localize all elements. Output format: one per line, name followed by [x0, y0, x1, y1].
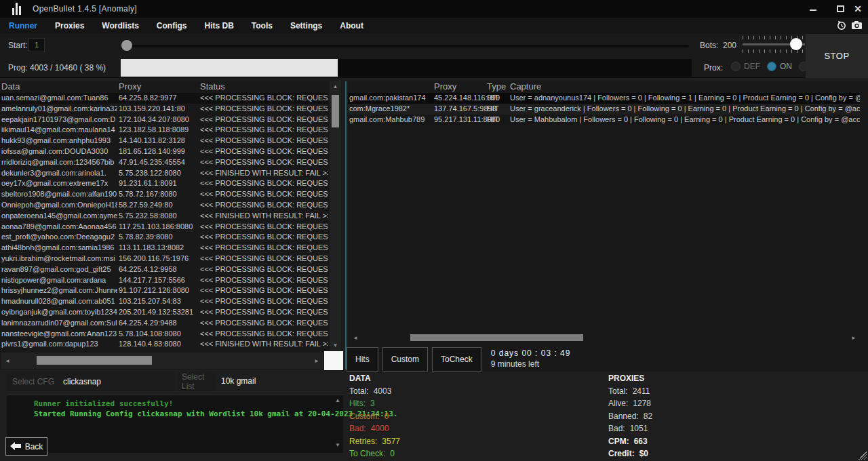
column-header-status[interactable]: Status: [200, 81, 225, 93]
cell-lp: 5.75.232.58:8080: [119, 212, 199, 220]
hit-row[interactable]: com:Mgrace1982*137.74.167.5:9898HITUser …: [348, 104, 860, 115]
menu-item-runner[interactable]: Runner: [9, 21, 37, 31]
cell-lp: 5.78.82.39:8080: [119, 233, 199, 241]
cell-ls: <<< PROCESSING BLOCK: REQUEST >>>: [200, 104, 328, 113]
bots-slider[interactable]: [743, 36, 805, 56]
table-row[interactable]: est_profi@yahoo.com:Deeagagu25.78.82.39:…: [0, 232, 328, 243]
cell-ls: <<< PROCESSING BLOCK: REQUEST >>>: [200, 222, 328, 230]
table-row[interactable]: oey17x@gmail.com:extreme17x91.231.61.1:8…: [0, 178, 328, 189]
table-row[interactable]: dekunler3@gmail.com:arinola1.5.75.238.12…: [0, 168, 328, 179]
table-row[interactable]: amelanruly01@gmail.com:karina32103.159.2…: [0, 104, 328, 115]
menu-item-proxies[interactable]: Proxies: [55, 21, 84, 31]
resize-grip-icon[interactable]: [859, 452, 867, 460]
cell-ld: yukri.ibrahim@rocketmail.com:msi: [1, 254, 117, 262]
table-row[interactable]: lanimnazarrudin07@gmail.com:Sul64.225.4.…: [0, 318, 328, 329]
cell-ls: <<< PROCESSING BLOCK: REQUEST >>>: [200, 179, 328, 187]
tab-custom[interactable]: Custom: [382, 347, 428, 372]
stat-value: 4003: [374, 386, 392, 396]
config-selector[interactable]: Select CFG clickasnap: [7, 372, 175, 392]
table-row[interactable]: iikimaul14@gmail.com:maulana14123.182.58…: [0, 125, 328, 136]
table-row[interactable]: aonaa789@gmail.com:Aaonaa456117.251.103.…: [0, 222, 328, 233]
log-scroll-down-icon[interactable]: ▼: [334, 442, 342, 448]
table-row[interactable]: athi48bnh@gmail.com:samia1986113.11.183.…: [0, 243, 328, 254]
table-row[interactable]: Onniepoh@gmail.com:OnniepoH1858.27.59.24…: [0, 200, 328, 211]
cell-lp: 47.91.45.235:45554: [119, 158, 199, 166]
scrollbar-thumb[interactable]: [410, 334, 583, 341]
column-header-proxy[interactable]: Proxy: [119, 81, 141, 93]
openbullet-logo-icon: [12, 3, 27, 15]
tab-tocheck[interactable]: ToCheck: [432, 347, 481, 372]
panel-splitter[interactable]: [345, 81, 347, 369]
table-row[interactable]: pivrs1@gmail.com:dapup123128.140.4.83:80…: [0, 339, 328, 350]
table-row[interactable]: nansteevigie@gmail.com:Anan1235.78.104.1…: [0, 329, 328, 340]
table-row[interactable]: hrissyjhunnez2@gmail.com:Jhunne91.107.21…: [0, 285, 328, 296]
scroll-right-icon[interactable]: ►: [313, 358, 320, 364]
close-icon[interactable]: ✕: [850, 3, 865, 14]
progress-bar-fill: [121, 59, 338, 77]
start-input[interactable]: 1: [28, 38, 45, 52]
table-row[interactable]: hukk93@gmail.com:anhphu199314.140.131.82…: [0, 136, 328, 146]
hit-row[interactable]: gmail.com:Mahbub78995.217.131.11:8080HIT…: [348, 115, 860, 125]
column-header-type[interactable]: Type: [487, 81, 506, 93]
cell-lp: 64.225.8.82:9977: [119, 94, 199, 102]
camera-icon[interactable]: [851, 20, 863, 31]
proxy-mode-radio-def[interactable]: DEF: [731, 62, 760, 71]
column-header-data[interactable]: Data: [1, 81, 20, 93]
scroll-left-icon[interactable]: ◄: [352, 335, 359, 341]
scroll-left-icon[interactable]: ◄: [4, 358, 11, 364]
cell-lp: 144.217.7.157:5566: [119, 276, 199, 284]
cell-ld: oey17x@gmail.com:extreme17x: [1, 179, 117, 187]
table-row[interactable]: rridloriziq@gmail.com:1234567bib47.91.45…: [0, 157, 328, 168]
hits-table-horizontal-scrollbar[interactable]: ◄ ►: [349, 332, 859, 344]
menu-item-about[interactable]: About: [340, 21, 363, 31]
back-button[interactable]: Back: [5, 437, 47, 456]
menu-item-hits-db[interactable]: Hits DB: [204, 21, 233, 31]
back-button-label: Back: [25, 442, 43, 452]
table-row[interactable]: iofssa@gmail.com:DOUDA3030181.65.128.140…: [0, 146, 328, 157]
table-row[interactable]: eepakjain17101973@gmail.com:D172.104.34.…: [0, 115, 328, 125]
proxy-mode-radio-on[interactable]: ON: [767, 62, 792, 71]
stat-bad: Bad:1051: [608, 424, 652, 433]
history-icon[interactable]: [836, 20, 847, 31]
column-header-proxy[interactable]: Proxy: [434, 81, 456, 93]
table-row[interactable]: ravan897@gmail.com:god_gift2564.225.4.12…: [0, 264, 328, 275]
table-row[interactable]: uan.semazi@gmail.com:Tuan8664.225.8.82:9…: [0, 93, 328, 104]
table-row[interactable]: onpateroena145@gmail.com:ayme5.75.232.58…: [0, 211, 328, 222]
scrollbar-thumb[interactable]: [37, 356, 152, 365]
start-slider-thumb[interactable]: [121, 40, 132, 51]
column-header-capture[interactable]: Capture: [510, 81, 541, 93]
left-table-vertical-scrollbar[interactable]: ▲ ▼: [330, 81, 341, 350]
cell-lp: 103.215.207.54:83: [119, 297, 199, 305]
scroll-down-icon[interactable]: ▼: [330, 342, 341, 348]
left-table-horizontal-scrollbar[interactable]: ◄ ►: [1, 353, 323, 369]
scroll-up-icon[interactable]: ▲: [330, 83, 341, 89]
stop-button[interactable]: STOP: [824, 51, 849, 61]
cell-rp: 137.74.167.5:9898: [434, 104, 486, 113]
table-row[interactable]: yukri.ibrahim@rocketmail.com:msi156.200.…: [0, 254, 328, 264]
table-row[interactable]: hmadnurull028@gmail.com:ab051103.215.207…: [0, 296, 328, 307]
bots-value: 200: [723, 41, 736, 50]
results-tabs: HitsCustomToCheck: [347, 347, 486, 372]
menu-item-settings[interactable]: Settings: [290, 21, 322, 31]
table-row[interactable]: oyibnganjuk@gmail.com:toyib1234205.201.4…: [0, 307, 328, 318]
cell-ls: <<< FINISHED WITH RESULT: FAIL >>>: [200, 169, 328, 177]
stat-alive: Alive:1278: [608, 399, 652, 408]
hit-row[interactable]: gmail.com:pakistan17445.224.148.116:999H…: [348, 93, 860, 104]
menu-item-configs[interactable]: Configs: [157, 21, 187, 31]
minimize-icon[interactable]: [806, 3, 821, 14]
wordlist-selector[interactable]: Select List: [178, 372, 216, 392]
scrollbar-thumb[interactable]: [332, 95, 339, 127]
tab-hits[interactable]: Hits: [347, 347, 378, 372]
log-scroll-up-icon[interactable]: ▲: [334, 397, 342, 403]
title-bar: OpenBullet 1.4.5 [Anomaly] ✕: [0, 0, 868, 18]
menu-item-tools[interactable]: Tools: [252, 21, 273, 31]
table-row[interactable]: nistiqpower@gmail.com:ardana144.217.7.15…: [0, 275, 328, 286]
menu-item-wordlists[interactable]: Wordlists: [102, 21, 138, 31]
start-slider[interactable]: [126, 45, 689, 47]
bots-slider-thumb[interactable]: [790, 38, 802, 50]
proxy-stats-title: PROXIES: [608, 374, 652, 383]
table-row[interactable]: sbeltoro1908@gmail.com:alfan1905.78.72.1…: [0, 189, 328, 200]
maximize-icon[interactable]: [833, 3, 848, 14]
scroll-right-icon[interactable]: ►: [850, 335, 857, 341]
cell-lp: 5.78.104.108:8080: [119, 329, 199, 338]
